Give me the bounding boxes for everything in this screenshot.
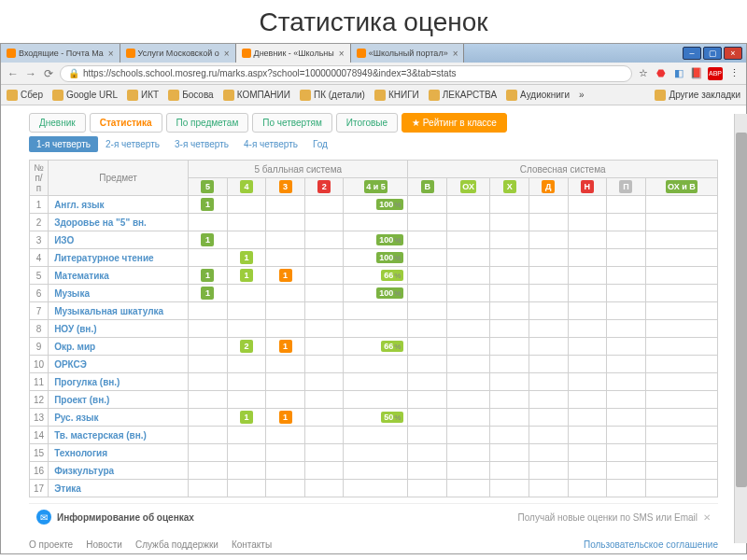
verb-cell [447, 462, 490, 480]
bookmark-item[interactable]: Сбер [7, 90, 43, 101]
bookmarks-bar: СберGoogle URLИКТБосоваКОМПАНИИПК (детал… [1, 85, 746, 105]
browser-tab[interactable]: Услуги Московской о× [120, 44, 236, 63]
subject-cell[interactable]: Здоровье на "5" вн. [49, 214, 189, 231]
verb-cell [529, 427, 568, 444]
menu-icon[interactable]: ⋮ [727, 67, 740, 80]
page-tab[interactable]: Итоговые [336, 113, 398, 133]
url-input[interactable]: 🔒https://schools.school.mosreg.ru/marks.… [60, 65, 632, 82]
bookmark-item[interactable]: Аудиокниги [506, 90, 570, 101]
scrollbar[interactable] [734, 114, 747, 543]
pct-cell: 100 [344, 231, 408, 249]
bookmark-item[interactable]: ПК (детали) [300, 90, 365, 101]
table-row: 15Технология [30, 444, 718, 462]
subject-cell[interactable]: Технология [49, 444, 189, 462]
subject-cell[interactable]: НОУ (вн.) [49, 320, 189, 338]
subject-cell[interactable]: ОРКСЭ [49, 356, 189, 373]
subject-cell[interactable]: Рус. язык [49, 409, 189, 427]
folder-icon [300, 90, 311, 101]
grade-cell [304, 356, 344, 373]
verb-cell [607, 480, 646, 497]
bookmark-item[interactable]: ИКТ [127, 90, 159, 101]
tab-close-icon[interactable]: × [453, 49, 458, 59]
browser-tab[interactable]: Входящие - Почта Ма× [1, 44, 120, 63]
footer-right-link[interactable]: Пользовательское соглашение [584, 539, 718, 550]
page-tab[interactable]: Дневник [29, 113, 86, 133]
ext-icon[interactable]: ◧ [672, 67, 685, 80]
subject-cell[interactable]: Этика [49, 480, 189, 497]
subject-cell[interactable]: Музыка [49, 285, 189, 302]
bookmark-item[interactable]: Босова [168, 90, 214, 101]
grade-cell [227, 391, 266, 409]
quarter-tab[interactable]: 3-я четверть [167, 136, 236, 152]
subject-cell[interactable]: Музыкальная шкатулка [49, 302, 189, 320]
table-row: 1Англ. язык1100 [30, 196, 718, 214]
page-tab[interactable]: Статистика [90, 113, 162, 133]
subject-cell[interactable]: Математика [49, 267, 189, 285]
row-num: 1 [30, 196, 49, 214]
col-verb: Словесная система [408, 161, 718, 178]
bookmark-other[interactable]: Другие закладки [655, 90, 740, 101]
bookmark-item[interactable]: ЛЕКАРСТВА [429, 90, 497, 101]
verb-cell [490, 444, 529, 462]
page-tab[interactable]: ★ Рейтинг в классе [402, 113, 507, 133]
row-num: 8 [30, 320, 49, 338]
notif-close-icon[interactable]: ✕ [703, 512, 711, 523]
notification-bar[interactable]: ✉ Информирование об оценках Получай новы… [29, 503, 718, 530]
bookmark-item[interactable]: КНИГИ [374, 90, 419, 101]
browser-tab[interactable]: Дневник - «Школьны× [236, 44, 351, 63]
grade-cell [189, 409, 228, 427]
quarter-tab[interactable]: 1-я четверть [29, 136, 98, 152]
verb-cell [568, 231, 607, 249]
verb-cell [568, 391, 607, 409]
tab-close-icon[interactable]: × [108, 49, 114, 59]
close-button[interactable]: × [724, 47, 742, 60]
ext-icon[interactable]: 📕 [690, 67, 703, 80]
page-tab[interactable]: По четвертям [252, 113, 332, 133]
grade-cell [189, 480, 228, 497]
star-icon[interactable]: ☆ [637, 67, 650, 80]
subject-cell[interactable]: Физкультура [49, 462, 189, 480]
grade-cell [304, 338, 344, 356]
subject-cell[interactable]: Тв. мастерская (вн.) [49, 427, 189, 444]
reload-icon[interactable]: ⟳ [42, 67, 55, 80]
subject-cell[interactable]: Окр. мир [49, 338, 189, 356]
verb-cell [645, 249, 717, 267]
verb-cell [529, 338, 568, 356]
back-icon[interactable]: ← [7, 67, 20, 80]
maximize-button[interactable]: ▢ [703, 47, 722, 60]
grade-cell [189, 249, 228, 267]
footer-link[interactable]: Новости [86, 539, 122, 550]
bookmark-more[interactable]: » [579, 90, 585, 100]
subject-cell[interactable]: Проект (вн.) [49, 391, 189, 409]
grade-cell [227, 214, 266, 231]
quarter-tab[interactable]: Год [305, 136, 335, 152]
tab-close-icon[interactable]: × [224, 49, 230, 59]
grade-cell [266, 196, 305, 214]
abp-icon[interactable]: ABP [708, 67, 723, 80]
col-5sys: 5 балльная система [189, 161, 408, 178]
forward-icon[interactable]: → [24, 67, 37, 80]
subject-cell[interactable]: ИЗО [49, 231, 189, 249]
subject-cell[interactable]: Англ. язык [49, 196, 189, 214]
grade-cell [304, 444, 344, 462]
minimize-button[interactable]: – [683, 47, 701, 60]
scroll-thumb[interactable] [736, 133, 747, 487]
footer-link[interactable]: Служба поддержки [135, 539, 218, 550]
bookmark-item[interactable]: КОМПАНИИ [223, 90, 290, 101]
footer-link[interactable]: О проекте [29, 539, 73, 550]
pct-cell [344, 444, 408, 462]
subject-cell[interactable]: Прогулка (вн.) [49, 373, 189, 391]
browser-tab[interactable]: «Школьный портал»× [351, 44, 465, 63]
verb-cell [408, 320, 447, 338]
footer-link[interactable]: Контакты [232, 539, 272, 550]
verb-cell [447, 214, 490, 231]
grade-header: 4 [227, 178, 266, 196]
grade-header: 5 [189, 178, 228, 196]
subject-cell[interactable]: Литературное чтение [49, 249, 189, 267]
quarter-tab[interactable]: 2-я четверть [98, 136, 167, 152]
tab-close-icon[interactable]: × [339, 49, 345, 59]
page-tab[interactable]: По предметам [166, 113, 249, 133]
quarter-tab[interactable]: 4-я четверть [236, 136, 305, 152]
bookmark-item[interactable]: Google URL [52, 90, 118, 101]
ext-icon[interactable]: ⬣ [655, 67, 668, 80]
